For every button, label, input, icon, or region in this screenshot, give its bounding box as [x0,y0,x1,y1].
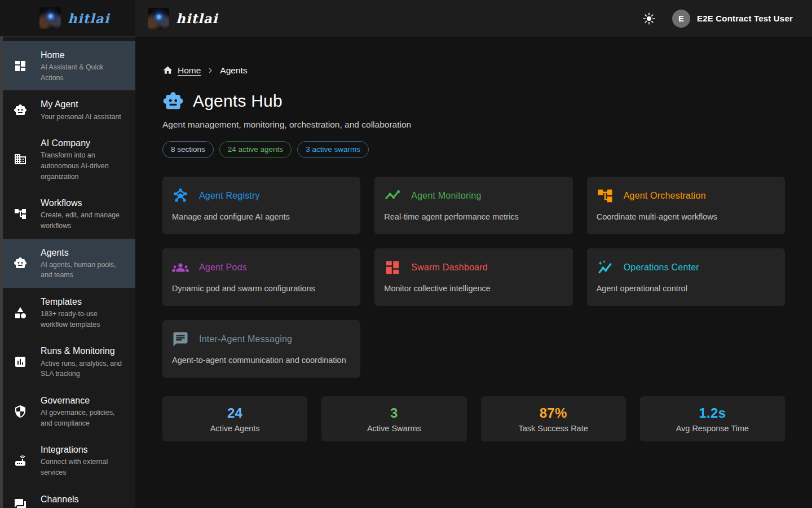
auto-graph-icon [597,259,614,276]
card-agent-pods[interactable]: Agent Pods Dynamic pod and swarm configu… [162,248,360,306]
app-root: hitlai hitlai E E2E Contract Test User H… [0,0,812,508]
user-name: E2E Contract Test User [697,14,793,23]
sidebar-item-desc: Connect with external services [41,457,124,478]
card-description: Manage and configure AI agents [172,212,351,221]
stat-value: 3 [390,405,398,421]
dashboard-icon [384,259,401,276]
sidebar-item-governance[interactable]: GovernanceAI governance, policies, and c… [0,387,135,436]
header-brand[interactable]: hitlai [148,8,218,29]
sidebar-item-desc: Active runs, analytics, and SLA tracking [41,358,124,379]
brand-wordmark: hitlai [176,11,218,26]
card-title: Swarm Dashboard [411,262,488,273]
workflow-tree-icon [597,187,614,204]
card-header: Swarm Dashboard [384,259,563,276]
card-description: Agent-to-agent communication and coordin… [172,356,351,365]
sidebar: HomeAI Assistant & Quick Actions My Agen… [0,37,135,508]
stat-label: Task Success Rate [518,424,588,433]
card-description: Coordinate multi-agent workflows [597,212,775,221]
stat-avg-response-time: 1.2s Avg Response Time [640,396,785,441]
sidebar-item-label: Runs & Monitoring [41,344,124,357]
breadcrumb: Home Agents [162,65,785,76]
groups-icon [172,259,189,276]
card-inter-agent-messaging[interactable]: Inter-Agent Messaging Agent-to-agent com… [162,320,360,378]
sidebar-item-desc: 183+ ready-to-use workflow templates [41,309,124,330]
sidebar-item-integrations[interactable]: IntegrationsConnect with external servic… [0,436,135,485]
breadcrumb-current: Agents [220,65,247,76]
user-avatar[interactable]: E [672,10,690,28]
sidebar-nav: HomeAI Assistant & Quick Actions My Agen… [0,37,135,508]
stat-value: 24 [227,405,242,421]
card-description: Monitor collective intelligence [384,284,563,293]
chat-icon [172,331,189,348]
card-swarm-dashboard[interactable]: Swarm Dashboard Monitor collective intel… [374,248,572,306]
hub-icon [172,187,189,204]
stat-active-swarms: 3 Active Swarms [321,396,466,441]
card-header: Agent Pods [172,259,351,276]
stat-value: 87% [540,405,567,421]
stat-label: Active Swarms [367,424,421,433]
router-icon [0,454,41,467]
sidebar-item-workflows[interactable]: WorkflowsCreate, edit, and manage workfl… [0,189,135,238]
stat-label: Active Agents [210,424,260,433]
sidebar-item-home[interactable]: HomeAI Assistant & Quick Actions [0,41,135,90]
stat-value: 1.2s [699,405,726,421]
main-content: Home Agents Agents Hub Agent management,… [135,37,812,508]
stat-active-agents: 24 Active Agents [162,396,307,441]
section-cards: Agent Registry Manage and configure AI a… [162,177,785,378]
sidebar-item-runs-monitoring[interactable]: Runs & MonitoringActive runs, analytics,… [0,337,135,386]
badge-row: 8 sections 24 active agents 3 active swa… [162,141,785,158]
sidebar-item-ai-company[interactable]: AI CompanyTransform into an autonomous A… [0,129,135,189]
card-agent-monitoring[interactable]: Agent Monitoring Real-time agent perform… [374,177,572,234]
breadcrumb-home-link[interactable]: Home [178,65,201,76]
sidebar-item-label: Home [41,49,124,62]
sidebar-item-agents[interactable]: AgentsAI agents, human pools, and teams [0,239,135,288]
sidebar-item-desc: Transform into an autonomous AI-driven o… [41,150,124,182]
forum-icon [0,498,41,508]
dashboard-icon [0,59,41,73]
sun-icon [643,12,655,25]
card-title: Inter-Agent Messaging [199,334,292,344]
sidebar-item-templates[interactable]: Templates183+ ready-to-use workflow temp… [0,288,135,337]
badge-active-swarms: 3 active swarms [297,141,369,158]
sidebar-item-label: Workflows [41,196,124,209]
sidebar-item-channels[interactable]: ChannelsSlack, Teams, Discord, [0,485,135,508]
shapes-icon [0,306,41,319]
robot-icon [162,90,184,112]
robot-icon [0,256,41,270]
card-title: Agent Monitoring [411,191,481,201]
home-icon [162,65,173,76]
top-header: hitlai E E2E Contract Test User [135,0,812,37]
brand-logo-image [39,7,61,29]
card-header: Agent Registry [172,187,351,204]
sidebar-item-desc: Create, edit, and manage workflows [41,210,124,231]
sidebar-item-desc: AI Assistant & Quick Actions [41,62,124,83]
workflow-tree-icon [0,207,41,221]
card-title: Operations Center [624,262,699,273]
sidebar-item-label: Governance [41,394,124,407]
theme-toggle-button[interactable] [638,8,660,29]
sidebar-item-my-agent[interactable]: My AgentYour personal AI assistant [0,90,135,129]
card-title: Agent Registry [199,191,260,201]
chevron-right-icon [205,65,215,76]
sidebar-item-label: AI Company [41,137,124,150]
card-description: Real-time agent performance metrics [384,212,563,221]
sidebar-brand[interactable]: hitlai [0,0,135,37]
card-header: Operations Center [597,259,775,276]
card-agent-orchestration[interactable]: Agent Orchestration Coordinate multi-age… [587,177,785,234]
badge-sections: 8 sections [162,141,214,158]
card-header: Agent Monitoring [384,187,563,204]
sidebar-item-desc: AI governance, policies, and compliance [41,408,124,428]
sidebar-item-label: Agents [41,246,124,259]
sidebar-scrollbar[interactable] [0,37,3,508]
robot-icon [0,103,41,117]
shield-icon [0,405,41,418]
stat-task-success-rate: 87% Task Success Rate [481,396,626,441]
stat-label: Avg Response Time [676,424,749,433]
page-title: Agents Hub [193,91,283,111]
card-operations-center[interactable]: Operations Center Agent operational cont… [587,248,785,306]
card-header: Inter-Agent Messaging [172,331,351,348]
card-agent-registry[interactable]: Agent Registry Manage and configure AI a… [162,177,360,234]
sidebar-item-desc: Your personal AI assistant [41,112,121,122]
card-header: Agent Orchestration [597,187,775,204]
brand-wordmark: hitlai [68,11,109,26]
